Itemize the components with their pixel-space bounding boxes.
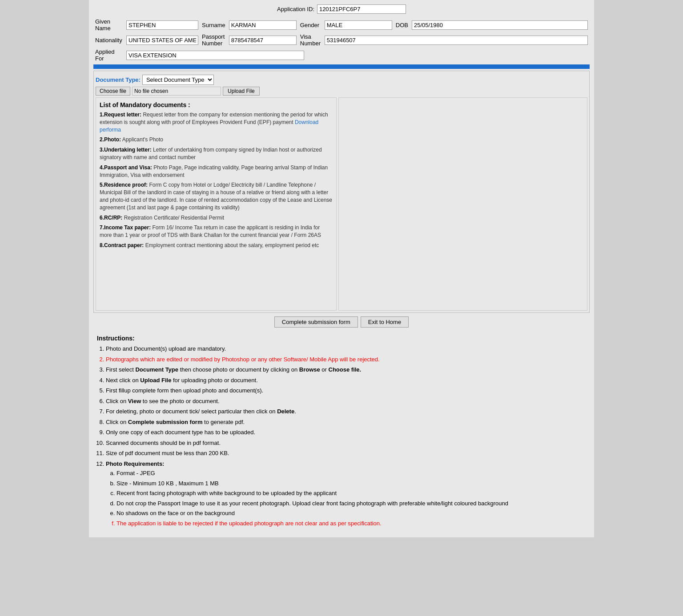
surname-input[interactable] (229, 20, 297, 30)
gender-input[interactable] (325, 20, 392, 30)
doc-item-6: 6.RC/RP: Registration Certificate/ Resid… (100, 214, 333, 222)
doc-item-8: 8.Contract paper: Employment contract me… (100, 242, 333, 249)
nationality-label: Nationality (93, 32, 125, 48)
given-name-label: Given Name (93, 17, 125, 32)
exit-to-home-button[interactable]: Exit to Home (361, 316, 409, 328)
instructions-list: Photo and Document(s) upload are mandato… (97, 344, 586, 528)
photo-requirements-list: Format - JPEG Size - Minimum 10 KB , Max… (106, 469, 586, 528)
photo-req-c: Recent front facing photograph with whit… (117, 489, 586, 498)
instruction-6: Click on View to see the photo or docume… (106, 397, 586, 406)
doc-type-select[interactable]: Select Document Type Photo Request Lette… (142, 75, 214, 85)
left-panel: List of Mandatory documents : 1.Request … (96, 97, 337, 311)
instruction-9: Only one copy of each document type has … (106, 428, 586, 437)
visa-label: VisaNumber (298, 32, 323, 48)
passport-input[interactable] (229, 36, 297, 45)
photo-req-b: Size - Minimum 10 KB , Maximum 1 MB (117, 479, 586, 488)
dob-label: DOB (394, 17, 410, 32)
applied-for-input[interactable] (126, 51, 304, 60)
blue-divider (93, 64, 590, 69)
instruction-2: Photographs which are edited or modified… (106, 355, 586, 364)
complete-submission-button[interactable]: Complete submission form (274, 316, 358, 328)
photo-req-d: Do not crop the Passport Image to use it… (117, 499, 586, 508)
right-panel (338, 97, 587, 311)
instruction-4: Next click on Upload File for uploading … (106, 376, 586, 385)
app-id-label: Application ID: (277, 6, 314, 12)
doc-item-3: 3.Undertaking letter: Letter of undertak… (100, 146, 333, 161)
app-id-input[interactable] (317, 4, 406, 14)
photo-req-e: No shadows on the face or on the backgro… (117, 509, 586, 518)
dob-input[interactable] (412, 20, 588, 30)
doc-item-7: 7.Income Tax paper: Form 16/ Income Tax … (100, 224, 333, 239)
photo-req-f: The application is liable to be rejected… (117, 519, 586, 528)
instruction-12: Photo Requirements: Format - JPEG Size -… (106, 460, 586, 528)
instruction-1: Photo and Document(s) upload are mandato… (106, 344, 586, 353)
doc-list-title: List of Mandatory documents : (100, 101, 333, 108)
nationality-input[interactable] (126, 36, 198, 45)
instruction-5: First fillup complete form then upload p… (106, 386, 586, 395)
doc-item-2: 2.Photo: Applicant's Photo (100, 136, 333, 144)
surname-label: Surname (200, 17, 227, 32)
visa-input[interactable] (325, 36, 588, 45)
applied-for-label: AppliedFor (93, 48, 125, 63)
instructions-section: Instructions: Photo and Document(s) uplo… (93, 331, 590, 533)
doc-item-1: 1.Request letter: Request letter from th… (100, 111, 333, 133)
doc-type-label: Document Type: (96, 76, 141, 83)
passport-label: PassportNumber (200, 32, 227, 48)
upload-file-button[interactable]: Upload File (223, 87, 260, 96)
given-name-input[interactable] (126, 20, 198, 30)
choose-file-button[interactable]: Choose file (96, 87, 130, 96)
instruction-3: First select Document Type then choose p… (106, 365, 586, 374)
gender-label: Gender (298, 17, 323, 32)
instruction-8: Click on Complete submission form to gen… (106, 418, 586, 427)
instructions-title: Instructions: (97, 335, 586, 342)
instruction-10: Scanned documents should be in pdf forma… (106, 439, 586, 448)
instruction-11: Size of pdf document must be less than 2… (106, 449, 586, 458)
doc-item-5: 5.Residence proof: Form C copy from Hote… (100, 181, 333, 211)
instruction-7: For deleting, photo or document tick/ se… (106, 407, 586, 416)
file-name-display: No file chosen (132, 87, 221, 96)
photo-req-a: Format - JPEG (117, 469, 586, 478)
doc-item-4: 4.Passport and Visa: Photo Page, Page in… (100, 164, 333, 179)
